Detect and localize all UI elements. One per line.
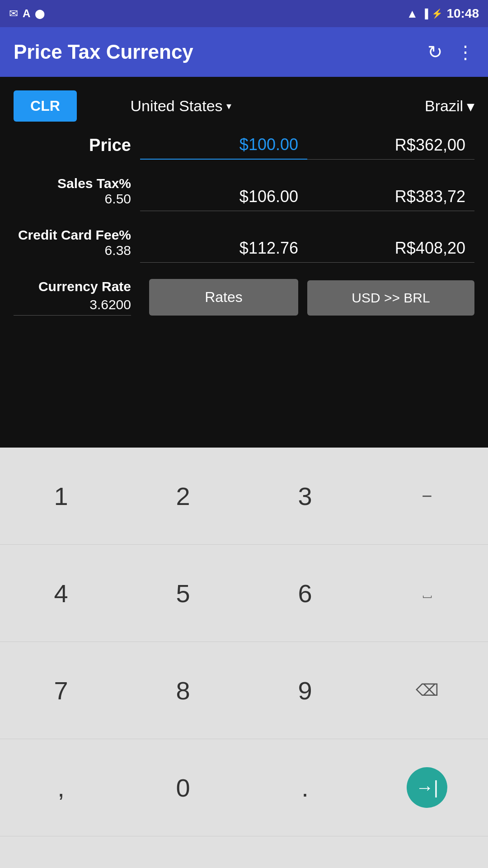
price-label: Price xyxy=(14,136,140,160)
key-3[interactable]: 3 xyxy=(244,448,366,545)
sales-tax-value[interactable]: 6.50 xyxy=(105,191,131,207)
sales-tax-row: Sales Tax% 6.50 $106.00 R$383,72 xyxy=(14,176,474,211)
key-0[interactable]: 0 xyxy=(122,739,244,836)
rates-button[interactable]: Rates xyxy=(149,279,298,316)
key-enter[interactable]: →| xyxy=(366,739,488,836)
chevron-down-icon: ▾ xyxy=(226,100,231,112)
app-bar-actions: ↻ ⋮ xyxy=(427,42,474,62)
country1-select[interactable]: United States ▾ xyxy=(86,97,276,115)
currency-rate-value[interactable]: 3.6200 xyxy=(14,297,131,316)
battery-icon: ⚡ xyxy=(432,8,443,19)
refresh-button[interactable]: ↻ xyxy=(427,42,443,62)
price-value-brl: R$362,00 xyxy=(307,136,474,160)
key-9[interactable]: 9 xyxy=(244,642,366,739)
credit-card-value[interactable]: 6.38 xyxy=(105,243,131,258)
keyboard-area: 1 2 3 − 4 5 6 ⎵ 7 8 9 ⌫ , 0 . →| xyxy=(0,448,488,868)
keyboard-grid: 1 2 3 − 4 5 6 ⎵ 7 8 9 ⌫ , 0 . →| xyxy=(0,448,488,836)
key-4[interactable]: 4 xyxy=(0,545,122,642)
credit-card-brl: R$408,20 xyxy=(307,239,474,263)
more-button[interactable]: ⋮ xyxy=(456,42,474,62)
price-value-usd[interactable]: $100.00 xyxy=(140,135,307,160)
key-7[interactable]: 7 xyxy=(0,642,122,739)
status-time: 10:48 xyxy=(446,6,479,21)
top-row: CLR United States ▾ Brazil ▾ xyxy=(14,90,474,122)
sales-tax-label: Sales Tax% 6.50 xyxy=(14,176,140,211)
signal-icon: ▐ xyxy=(422,9,428,19)
enter-icon: →| xyxy=(407,767,447,808)
currency-rate-row: Currency Rate 3.6200 Rates USD >> BRL xyxy=(14,279,474,316)
key-8[interactable]: 8 xyxy=(122,642,244,739)
circle-icon: ⬤ xyxy=(35,8,45,19)
key-6[interactable]: 6 xyxy=(244,545,366,642)
status-bar-left: ✉ A ⬤ xyxy=(9,7,45,20)
app-bar: Price Tax Currency ↻ ⋮ xyxy=(0,27,488,77)
credit-card-label: Credit Card Fee% 6.38 xyxy=(14,227,140,263)
currency-rate-label: Currency Rate 3.6200 xyxy=(14,279,140,316)
key-comma[interactable]: , xyxy=(0,739,122,836)
sales-tax-brl: R$383,72 xyxy=(307,187,474,211)
credit-card-row: Credit Card Fee% 6.38 $112.76 R$408,20 xyxy=(14,227,474,263)
a-icon: A xyxy=(23,7,30,20)
country2-label: Brazil xyxy=(425,97,463,115)
app-title: Price Tax Currency xyxy=(14,41,193,63)
wifi-icon: ▲ xyxy=(406,7,418,21)
sales-tax-usd: $106.00 xyxy=(140,187,307,211)
key-dot[interactable]: . xyxy=(244,739,366,836)
credit-card-usd: $112.76 xyxy=(140,239,307,263)
key-space[interactable]: ⎵ xyxy=(366,545,488,642)
main-content: CLR United States ▾ Brazil ▾ Price $100.… xyxy=(0,77,488,448)
clr-button[interactable]: CLR xyxy=(14,90,77,122)
key-backspace[interactable]: ⌫ xyxy=(366,642,488,739)
key-1[interactable]: 1 xyxy=(0,448,122,545)
chevron-down-icon-2: ▾ xyxy=(467,97,474,115)
country2-select[interactable]: Brazil ▾ xyxy=(285,97,474,115)
key-minus[interactable]: − xyxy=(366,448,488,545)
price-row: Price $100.00 R$362,00 xyxy=(14,135,474,160)
key-5[interactable]: 5 xyxy=(122,545,244,642)
mail-icon: ✉ xyxy=(9,7,18,20)
status-bar: ✉ A ⬤ ▲ ▐ ⚡ 10:48 xyxy=(0,0,488,27)
country1-label: United States xyxy=(130,97,222,115)
key-2[interactable]: 2 xyxy=(122,448,244,545)
status-bar-right: ▲ ▐ ⚡ 10:48 xyxy=(406,6,479,21)
usd-brl-button[interactable]: USD >> BRL xyxy=(307,280,474,316)
